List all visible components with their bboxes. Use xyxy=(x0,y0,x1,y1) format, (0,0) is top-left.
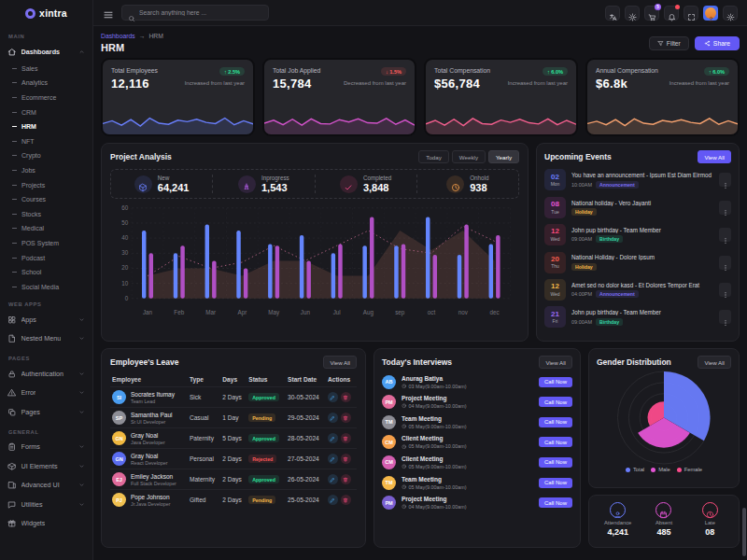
sidebar-item-medical[interactable]: Medical xyxy=(0,221,92,236)
sidebar-item-social-media[interactable]: Social Media xyxy=(0,279,92,294)
sidebar-item-crypto[interactable]: Crypto xyxy=(0,148,92,163)
delete-button[interactable] xyxy=(341,413,351,423)
interview-time: 05 May(9.00am-10.00am) xyxy=(402,443,467,449)
range-button-yearly[interactable]: Yearly xyxy=(488,150,519,163)
sidebar-item-jobs[interactable]: Jobs xyxy=(0,163,92,178)
sidebar-item-advanced-ui[interactable]: Advanced UI xyxy=(0,476,92,496)
edit-button[interactable] xyxy=(328,454,338,464)
call-now-button[interactable]: Call Now xyxy=(539,417,572,427)
breadcrumb-dashboards[interactable]: Dashboards xyxy=(101,33,135,39)
settings-button[interactable] xyxy=(723,6,738,21)
interviews-view-all-button[interactable]: View All xyxy=(539,356,572,369)
sidebar-item-nft[interactable]: NFT xyxy=(0,133,92,148)
range-button-weekly[interactable]: Weekly xyxy=(452,150,486,163)
hamburger-menu-icon[interactable] xyxy=(103,7,114,19)
sidebar-item-podcast[interactable]: Podcast xyxy=(0,250,92,265)
call-now-button[interactable]: Call Now xyxy=(539,397,572,407)
edit-button[interactable] xyxy=(328,433,338,443)
search-input[interactable] xyxy=(139,9,262,16)
call-now-button[interactable]: Call Now xyxy=(539,457,572,468)
sidebar-item-forms[interactable]: Forms xyxy=(0,438,92,457)
avatar: TM xyxy=(382,415,396,429)
call-now-button[interactable]: Call Now xyxy=(539,497,572,508)
language-button[interactable] xyxy=(605,6,620,21)
call-now-button[interactable]: Call Now xyxy=(539,377,572,387)
dots-vertical-icon xyxy=(722,259,729,266)
event-menu-button[interactable] xyxy=(719,256,731,270)
start-date: 27-05-2024 xyxy=(286,449,326,469)
kpi-card-total-compensation[interactable]: Total Compensation$56,784↑ 6.0%Increased… xyxy=(424,58,578,136)
sidebar-item-utilities[interactable]: Utilities xyxy=(0,495,92,514)
kpi-card-total-employees[interactable]: Total Employees12,116↑ 2.5%Increased fro… xyxy=(101,58,255,136)
sidebar-item-nested-menu[interactable]: Nested Menu xyxy=(0,329,92,349)
edit-button[interactable] xyxy=(328,392,338,402)
gender-view-all-button[interactable]: View All xyxy=(698,356,731,369)
clock-icon xyxy=(402,444,407,450)
kpi-card-total-job-applied[interactable]: Total Job Applied15,784↓ 1.5%Decreased f… xyxy=(262,58,416,136)
leave-view-all-button[interactable]: View All xyxy=(323,356,357,369)
theme-toggle-button[interactable] xyxy=(625,6,640,21)
kpi-card-annual-compensation[interactable]: Annual Compensation$6.8k↑ 6.0%Increased … xyxy=(585,58,740,136)
leave-table: EmployeeTypeDaysStatusStart DateActions … xyxy=(110,371,357,510)
avatar: GN xyxy=(112,452,126,466)
sidebar-item-apps[interactable]: Apps xyxy=(0,310,92,329)
brand-logo[interactable]: xintra xyxy=(0,0,92,26)
fullscreen-button[interactable] xyxy=(684,6,698,21)
edit-button[interactable] xyxy=(328,474,338,484)
gender-legend: TotalMaleFemale xyxy=(597,467,731,472)
sidebar-item-crm[interactable]: CRM xyxy=(0,105,92,119)
status-badge: Approved xyxy=(248,434,279,442)
sidebar-item-widgets[interactable]: Widgets xyxy=(0,514,92,534)
sidebar-item-hrm[interactable]: HRM xyxy=(0,119,92,134)
event-date: 21Fri xyxy=(544,306,566,328)
delete-button[interactable] xyxy=(341,392,351,402)
sidebar: xintra MAINDashboardsSalesAnalyticsEcomm… xyxy=(0,0,93,560)
delete-button[interactable] xyxy=(341,474,351,484)
sidebar-item-dashboards[interactable]: Dashboards xyxy=(0,42,92,62)
sidebar-item-pages[interactable]: Pages xyxy=(0,402,92,422)
edit-button[interactable] xyxy=(328,413,338,423)
sidebar-item-school[interactable]: School xyxy=(0,265,92,280)
events-view-all-button[interactable]: View All xyxy=(698,150,731,163)
sidebar-item-authentication[interactable]: Authentication xyxy=(0,364,92,384)
sidebar-item-pos-system[interactable]: POS System xyxy=(0,236,92,251)
page-scrollbar[interactable] xyxy=(742,508,746,556)
sidebar-item-stocks[interactable]: Stocks xyxy=(0,206,92,221)
avatar: SP xyxy=(112,411,126,425)
sidebar-item-sales[interactable]: Sales xyxy=(0,62,92,77)
cart-button[interactable]: 5 xyxy=(644,6,659,21)
chevron-down-icon xyxy=(78,316,85,323)
call-now-button[interactable]: Call Now xyxy=(539,437,572,447)
user-avatar[interactable] xyxy=(703,6,718,21)
share-button[interactable]: Share xyxy=(695,36,740,50)
notifications-button[interactable] xyxy=(664,6,679,21)
filter-button[interactable]: Filter xyxy=(649,36,689,50)
event-menu-button[interactable] xyxy=(719,283,731,297)
sidebar-item-courses[interactable]: Courses xyxy=(0,192,92,207)
employee-role: Jr.Java Developer xyxy=(131,501,170,507)
range-button-today[interactable]: Today xyxy=(418,150,449,163)
delete-button[interactable] xyxy=(341,454,351,464)
sidebar-item-analytics[interactable]: Analytics xyxy=(0,76,92,91)
sidebar-item-projects[interactable]: Projects xyxy=(0,177,92,192)
sidebar-item-error[interactable]: Error xyxy=(0,384,92,403)
hrm-dashboard: xintra MAINDashboardsSalesAnalyticsEcomm… xyxy=(0,0,747,560)
event-menu-button[interactable] xyxy=(719,201,731,215)
delete-button[interactable] xyxy=(341,433,351,443)
chevron-down-icon xyxy=(78,501,85,508)
sidebar-item-ui-elements[interactable]: UI Elements xyxy=(0,456,92,476)
dots-vertical-icon xyxy=(722,231,729,239)
leave-days: 2 Days xyxy=(220,387,247,408)
lock-icon xyxy=(7,370,17,379)
gear-icon xyxy=(726,8,735,17)
event-menu-button[interactable] xyxy=(719,173,731,187)
calendar-icon xyxy=(655,502,671,518)
event-menu-button[interactable] xyxy=(719,310,731,324)
delete-button[interactable] xyxy=(341,495,351,505)
sidebar-item-ecommerce[interactable]: Ecommerce xyxy=(0,91,92,105)
call-now-button[interactable]: Call Now xyxy=(539,478,572,488)
event-menu-button[interactable] xyxy=(719,228,731,242)
edit-button[interactable] xyxy=(328,495,338,505)
trash-icon xyxy=(343,415,348,421)
search-box[interactable] xyxy=(121,5,269,21)
